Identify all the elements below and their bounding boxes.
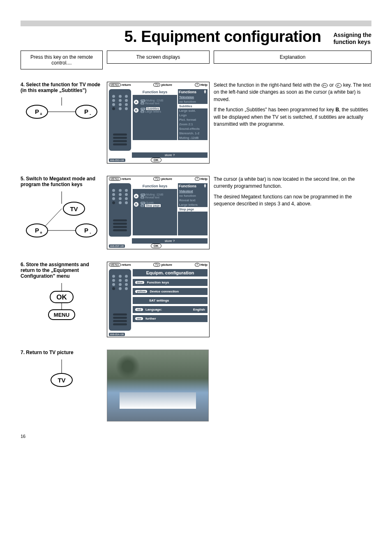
header-strip [21,21,371,26]
menu-pill: MENU [109,83,121,87]
step4-keys: P + P - [21,97,103,126]
step6-screen: MENU return TV picture ? Help [107,262,210,337]
p-plus-icon: P+ [321,83,328,88]
help-pill: ? [195,83,200,87]
step5-screen: MENU return TV picture ? Help [107,176,210,249]
function-item: no function [178,99,208,104]
function-item: Television [178,95,208,99]
key-a-icon: A [134,99,139,105]
remote-graphic [109,89,131,151]
svg-text:TV: TV [58,377,65,384]
svg-text:-: - [90,230,91,235]
svg-text:P: P [35,108,39,115]
step4-title: 4. Select the function for TV mode (in t… [21,82,103,93]
step5-title: 5. Switch to Megatext mode and program t… [21,176,103,187]
ok-button: OK [151,158,161,162]
remote-graphic [109,269,131,331]
chapter-subtitle: Assigning the function keys [333,32,371,46]
svg-text:-: - [90,112,91,116]
col-header-right: Explanation [214,51,371,64]
function-item: Subtitles [178,104,208,108]
tv-pill: TV [153,83,160,87]
function-item: Large letters [178,203,208,207]
remote-graphic [109,183,131,237]
function-item: Large subt. [178,108,208,113]
page-number: 16 [21,434,371,439]
step5-explanation: The cursor (a white bar) is now located … [214,176,371,211]
function-item: Muting -12dB [178,136,208,140]
function-item: Reveal text [178,198,208,203]
function-item: Stereo/ch. 1-2 [178,131,208,136]
function-item: Videotext [178,189,208,193]
function-item: Pict. format [178,117,208,122]
chapter-header: 5. Equipment configuration Assigning the… [21,28,371,46]
step4-explanation: Select the function in the right-hand fi… [214,82,371,131]
function-item: Logo [178,113,208,117]
fn-title: Functions▲▼ [178,89,208,95]
store-prompt: store ? [132,152,208,158]
col-header-left: Press this key on the remote control.... [21,51,103,69]
tv-picture-photo [107,350,209,421]
function-item: Zoom 2:1 [178,122,208,127]
svg-text:P+: P+ [323,84,327,87]
equip-menu-item: blueFunction keys [133,279,208,286]
equip-menu-item: redLanguage:English [133,306,208,313]
functions-list: Televisionno functionSubtitlesLarge subt… [178,95,208,140]
key-b-icon: B [134,108,139,113]
function-item: no function [178,193,208,198]
equip-menu-item: wwfurther [133,315,208,322]
chapter-title: 5. Equipment configuration [21,28,333,46]
svg-text:P: P [84,227,88,234]
equip-config-title: Equipm. configuration [133,269,208,276]
function-item: Stop page [178,207,208,212]
equip-menu-item: SAT settings [133,297,208,304]
svg-text:P: P [35,227,39,234]
step7-keys: TV [21,359,103,392]
functions-list: Videotextno functionReveal textLarge let… [178,189,208,235]
screen-code: 696-05D-GB [109,159,125,162]
fk-title: Function keys [133,89,177,95]
equip-menu-item: yellowDevice connection [133,288,208,295]
p-minus-icon: P- [335,83,342,88]
svg-text:+: + [40,230,42,235]
step5-keys: TV P + P - [21,191,103,245]
step6-keys: OK MENU [21,283,103,328]
ok-key-label: OK [56,293,67,301]
svg-text:+: + [40,112,42,116]
svg-text:TV: TV [70,205,78,212]
menu-key-label: MENU [54,312,69,318]
step4-screen: MENU return TV picture ? Help [107,82,210,164]
svg-text:P-: P- [337,84,340,87]
col-header-mid: The screen displays [107,51,210,64]
step7-title: 7. Return to TV picture [21,350,103,355]
svg-text:P: P [84,108,88,115]
step6-title: 6. Store the assignments and return to t… [21,262,103,279]
function-item: Sound-effects [178,127,208,131]
